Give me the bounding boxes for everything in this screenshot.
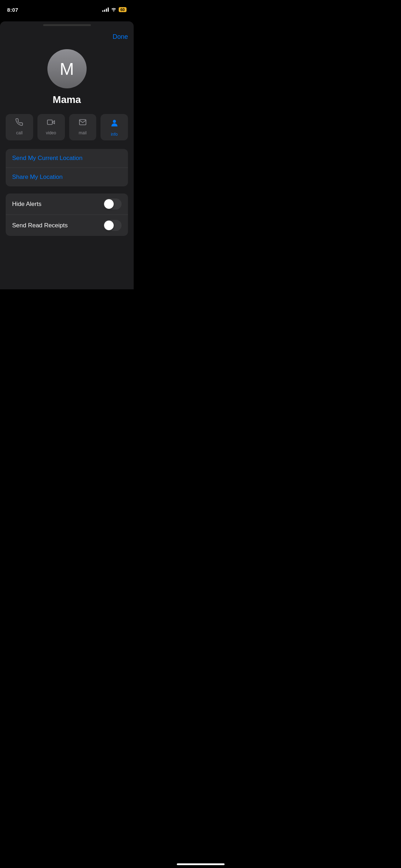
send-read-receipts-toggle[interactable]	[103, 220, 122, 231]
wifi-icon	[111, 7, 117, 12]
hide-alerts-toggle[interactable]	[103, 198, 122, 210]
battery-percent: 60	[119, 7, 127, 12]
svg-marker-0	[52, 120, 55, 124]
video-label: video	[46, 130, 56, 135]
call-button[interactable]: call	[6, 114, 33, 140]
action-buttons-row: call video mail	[6, 114, 128, 140]
drag-handle	[43, 24, 91, 26]
send-current-location-row[interactable]: Send My Current Location	[6, 149, 128, 167]
mail-button[interactable]: mail	[69, 114, 97, 140]
done-button[interactable]: Done	[113, 32, 128, 42]
sheet: Done M Mama call	[0, 21, 134, 289]
send-current-location-label: Send My Current Location	[12, 155, 83, 162]
avatar: M	[47, 49, 87, 88]
svg-point-2	[113, 120, 116, 123]
screen: 8:07 60 Done	[0, 0, 134, 289]
contact-name: Mama	[53, 94, 81, 105]
location-section: Send My Current Location Share My Locati…	[6, 149, 128, 186]
hide-alerts-label: Hide Alerts	[12, 201, 41, 208]
mail-label: mail	[79, 130, 87, 135]
call-label: call	[16, 130, 22, 135]
hide-alerts-thumb	[104, 199, 114, 209]
mail-icon	[79, 118, 87, 128]
toggles-section: Hide Alerts Send Read Receipts	[6, 193, 128, 236]
call-icon	[15, 118, 23, 128]
svg-rect-1	[47, 120, 52, 125]
status-time: 8:07	[7, 7, 18, 13]
hide-alerts-row: Hide Alerts	[6, 193, 128, 215]
send-read-receipts-label: Send Read Receipts	[12, 222, 68, 229]
signal-bars-icon	[102, 7, 109, 12]
info-person-icon	[110, 118, 119, 130]
video-icon	[47, 118, 55, 128]
status-icons: 60	[102, 7, 127, 12]
info-label: info	[111, 132, 118, 137]
header-row: Done	[6, 26, 128, 46]
send-read-receipts-thumb	[104, 221, 114, 230]
status-bar: 8:07 60	[0, 0, 134, 16]
share-location-label: Share My Location	[12, 174, 63, 181]
send-read-receipts-row: Send Read Receipts	[6, 215, 128, 236]
battery-indicator: 60	[119, 7, 127, 12]
avatar-initials: M	[60, 59, 74, 79]
video-button[interactable]: video	[37, 114, 65, 140]
info-button[interactable]: info	[101, 114, 128, 140]
avatar-section: M Mama	[6, 46, 128, 114]
share-location-row[interactable]: Share My Location	[6, 167, 128, 186]
